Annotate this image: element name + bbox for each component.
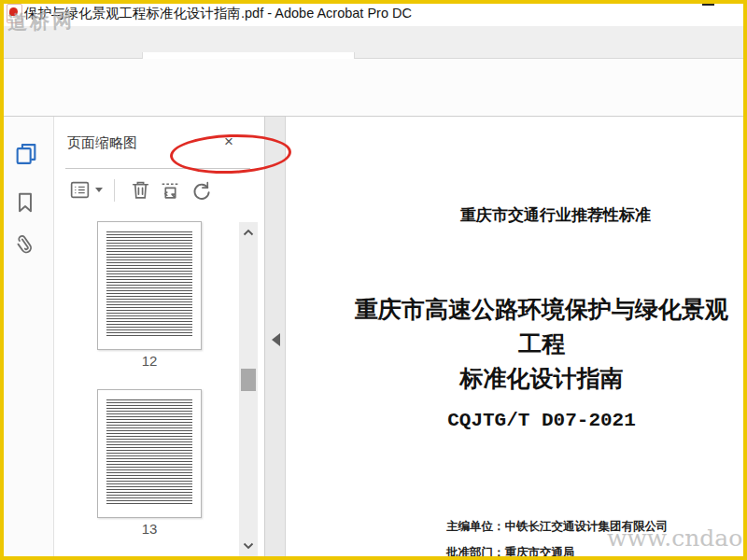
panel-close-icon[interactable]: ×: [224, 133, 233, 151]
thumbnails-panel: 页面缩略图 × 12 13: [54, 117, 265, 556]
thumbnail-label-13: 13: [97, 521, 202, 537]
document-watermark: www.cndao.com: [607, 525, 743, 552]
site-watermark: 道桥网: [7, 7, 76, 35]
collapse-panel-icon[interactable]: [272, 333, 280, 346]
page-thumbnails-icon[interactable]: [13, 141, 39, 167]
panel-title: 页面缩略图: [67, 134, 137, 152]
thumbnail-page-13[interactable]: [97, 389, 202, 518]
main-toolbar: 2 / 27 49.1%: [0, 59, 747, 117]
doc-standard-code: CQJTG/T D07-2021: [447, 410, 636, 431]
document-page[interactable]: 重庆市交通行业推荐性标准 重庆市高速公路环境保护与绿化景观工程 标准化设计指南 …: [286, 117, 743, 556]
resize-pages-icon[interactable]: [159, 178, 182, 202]
scrollbar-thumb[interactable]: [241, 369, 256, 391]
thumbnail-options-icon[interactable]: [68, 178, 92, 202]
panel-divider: [65, 168, 250, 169]
thumbnail-options-caret-icon[interactable]: [95, 188, 103, 192]
scroll-down-icon[interactable]: [243, 542, 254, 550]
window-title: 保护与绿化景观工程标准化设计指南.pdf - Adobe Acrobat Pro…: [24, 5, 412, 22]
doc-title: 重庆市高速公路环境保护与绿化景观工程 标准化设计指南: [345, 292, 738, 396]
doc-approver-line: 批准部门：重庆市交通局: [446, 545, 575, 556]
thumbnail-label-12: 12: [97, 353, 202, 369]
doc-title-line2: 标准化设计指南: [345, 361, 738, 396]
panel-resize-strip[interactable]: [265, 117, 286, 556]
minimize-icon[interactable]: [702, 4, 714, 6]
attachments-icon[interactable]: [13, 231, 37, 256]
doc-kicker: 重庆市交通行业推荐性标准: [460, 204, 651, 226]
panel-toolbar-separator: [114, 179, 115, 202]
tab-bar: 主页 工具 保护与绿化景观工... × ?: [0, 26, 747, 59]
title-bar: 保护与绿化景观工程标准化设计指南.pdf - Adobe Acrobat Pro…: [0, 0, 747, 26]
bookmarks-icon[interactable]: [13, 190, 37, 215]
delete-pages-icon[interactable]: [129, 178, 152, 202]
doc-title-line1: 重庆市高速公路环境保护与绿化景观工程: [345, 292, 738, 361]
navigation-rail: [0, 117, 54, 556]
scroll-up-icon[interactable]: [243, 229, 254, 236]
rotate-pages-icon[interactable]: [190, 178, 213, 202]
thumbnail-page-12-content: [106, 231, 192, 338]
thumbnail-page-12[interactable]: [97, 221, 202, 350]
panel-scrollbar[interactable]: [239, 222, 258, 556]
thumbnail-page-13-content: [106, 399, 192, 506]
